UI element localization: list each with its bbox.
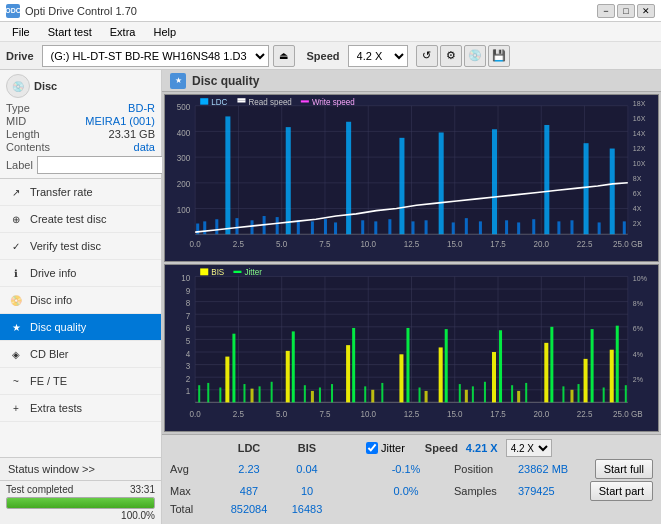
svg-rect-133 [425, 391, 428, 402]
svg-rect-60 [479, 221, 482, 234]
svg-text:10.0: 10.0 [360, 409, 376, 420]
svg-text:12X: 12X [633, 143, 646, 152]
save-button[interactable]: 💾 [488, 45, 510, 67]
svg-rect-130 [346, 345, 350, 402]
progress-percent: 100.0% [6, 510, 155, 521]
max-jitter: 0.0% [366, 485, 446, 497]
sidebar-disc-info-label: Disc info [30, 294, 72, 306]
svg-text:25.0 GB: 25.0 GB [613, 409, 643, 420]
svg-rect-50 [346, 122, 351, 234]
sidebar-item-drive-info[interactable]: ℹ Drive info [0, 260, 161, 287]
drive-select[interactable]: (G:) HL-DT-ST BD-RE WH16NS48 1.D3 [42, 45, 269, 67]
status-window-button[interactable]: Status window >> [0, 458, 161, 481]
svg-text:2%: 2% [633, 374, 643, 384]
svg-rect-54 [399, 138, 404, 234]
svg-rect-63 [517, 222, 520, 234]
svg-rect-156 [406, 328, 409, 402]
stats-headers-row: LDC BIS Jitter Speed 4.21 X 4.2 X [170, 439, 653, 457]
svg-rect-158 [445, 329, 448, 402]
sidebar-item-disc-info[interactable]: 📀 Disc info [0, 287, 161, 314]
maximize-button[interactable]: □ [617, 4, 635, 18]
toolbar-icons: ↺ ⚙ 💿 💾 [416, 45, 510, 67]
stats-bar: LDC BIS Jitter Speed 4.21 X 4.2 X Avg [162, 434, 661, 524]
avg-label: Avg [170, 463, 220, 475]
svg-text:6X: 6X [633, 188, 642, 197]
svg-text:22.5: 22.5 [577, 239, 593, 249]
fe-te-icon: ~ [8, 373, 24, 389]
sidebar-item-disc-quality[interactable]: ★ Disc quality [0, 314, 161, 341]
sidebar-item-create-test-disc[interactable]: ⊕ Create test disc [0, 206, 161, 233]
sidebar-item-fe-te[interactable]: ~ FE / TE [0, 368, 161, 395]
jitter-checkbox[interactable] [366, 442, 378, 454]
svg-text:12.5: 12.5 [404, 409, 420, 420]
svg-rect-151 [319, 387, 321, 402]
minimize-button[interactable]: − [597, 4, 615, 18]
svg-rect-2 [200, 98, 208, 104]
menu-file[interactable]: File [4, 25, 38, 39]
start-full-button[interactable]: Start full [595, 459, 653, 479]
refresh-button[interactable]: ↺ [416, 45, 438, 67]
verify-test-disc-icon: ✓ [8, 238, 24, 254]
mid-value: MEIRA1 (001) [85, 115, 155, 127]
svg-text:15.0: 15.0 [447, 409, 463, 420]
stats-max-row: Max 487 10 0.0% Samples 379425 Start par… [170, 481, 653, 501]
svg-rect-51 [361, 220, 364, 234]
svg-text:5.0: 5.0 [276, 239, 288, 249]
quality-panel-title: Disc quality [192, 74, 259, 88]
app-title: Opti Drive Control 1.70 [25, 5, 137, 17]
status-time: 33:31 [130, 484, 155, 495]
sidebar-item-verify-test-disc[interactable]: ✓ Verify test disc [0, 233, 161, 260]
max-ldc: 487 [220, 485, 278, 497]
svg-text:1: 1 [186, 386, 191, 397]
write-speed-legend: Write speed [312, 96, 355, 106]
stats-total-row: Total 852084 16483 [170, 503, 653, 515]
type-value: BD-R [128, 102, 155, 114]
svg-rect-41 [235, 218, 238, 234]
sidebar-item-extra-tests[interactable]: + Extra tests [0, 395, 161, 422]
svg-rect-48 [324, 219, 327, 234]
svg-rect-152 [331, 384, 333, 402]
svg-text:0.0: 0.0 [190, 239, 202, 249]
svg-text:6: 6 [186, 323, 191, 334]
speed-select-stats[interactable]: 4.2 X [506, 439, 552, 457]
close-button[interactable]: ✕ [637, 4, 655, 18]
svg-text:2.5: 2.5 [233, 239, 245, 249]
svg-rect-142 [198, 385, 200, 402]
menu-extra[interactable]: Extra [102, 25, 144, 39]
settings-button[interactable]: ⚙ [440, 45, 462, 67]
disc-button[interactable]: 💿 [464, 45, 486, 67]
svg-text:8X: 8X [633, 173, 642, 182]
svg-rect-150 [304, 385, 306, 402]
svg-rect-147 [259, 386, 261, 402]
menu-start-test[interactable]: Start test [40, 25, 100, 39]
svg-rect-137 [517, 391, 520, 402]
speed-select-container: 4.2 X [506, 439, 552, 457]
svg-rect-65 [544, 125, 549, 234]
disc-section-title: Disc [34, 80, 57, 92]
svg-text:22.5: 22.5 [577, 409, 593, 420]
svg-text:8%: 8% [633, 299, 643, 309]
ldc-chart-svg: LDC Read speed Write speed [165, 95, 658, 261]
svg-rect-135 [465, 390, 468, 403]
length-label: Length [6, 128, 40, 140]
jitter-checkbox-area[interactable]: Jitter [366, 442, 405, 454]
svg-text:16X: 16X [633, 113, 646, 122]
svg-rect-161 [484, 382, 486, 403]
svg-text:12.5: 12.5 [404, 239, 420, 249]
status-completed: Test completed 33:31 100.0% [0, 481, 161, 524]
sidebar-item-transfer-rate[interactable]: ↗ Transfer rate [0, 179, 161, 206]
svg-rect-68 [584, 143, 589, 234]
disc-length-row: Length 23.31 GB [6, 128, 155, 140]
menu-help[interactable]: Help [145, 25, 184, 39]
sidebar-item-cd-bler[interactable]: ◈ CD Bler [0, 341, 161, 368]
eject-button[interactable]: ⏏ [273, 45, 295, 67]
status-completed-text: Test completed [6, 484, 73, 495]
create-test-disc-icon: ⊕ [8, 211, 24, 227]
speed-select[interactable]: 4.2 X [348, 45, 408, 67]
label-input[interactable] [37, 156, 170, 174]
menu-bar: File Start test Extra Help [0, 22, 661, 42]
svg-rect-85 [200, 268, 208, 275]
status-window-label: Status window >> [8, 463, 95, 475]
start-part-button[interactable]: Start part [590, 481, 653, 501]
speed-label: Speed [307, 50, 340, 62]
